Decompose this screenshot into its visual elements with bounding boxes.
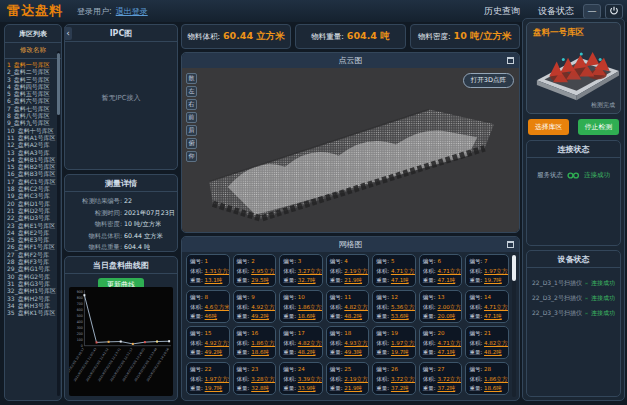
grid-cell: 编号: 21体积: 4.82立方米重量: 48.2吨 <box>465 326 509 359</box>
pointcloud-viewport[interactable]: 散左右前后俯仰 打开3D点阵 <box>182 68 519 232</box>
grid-cell-id: 编号: 21 <box>469 329 505 339</box>
grid-cell-id: 编号: 6 <box>423 257 459 267</box>
sidebar-item[interactable]: 26_盘料F1号库区 <box>7 243 61 250</box>
ipc-empty-text: 暂无IPC接入 <box>65 93 177 103</box>
grid-cell-id: 编号: 11 <box>330 293 366 303</box>
sidebar-item[interactable]: 20_盘料D1号库 <box>7 200 61 207</box>
view-button[interactable]: 前 <box>186 112 197 123</box>
rename-link[interactable]: 修改名称 <box>5 43 61 59</box>
sidebar-item[interactable]: 33_盘料H2号库 <box>7 295 61 302</box>
device-row: 22_D3_3号扫描仪连接成功 <box>527 306 620 321</box>
curve-chart-svg: 01002003004005006007008009002021年07月23日 … <box>69 287 173 396</box>
sidebar-scrollbar-thumb[interactable] <box>57 53 60 115</box>
sidebar-item[interactable]: 27_盘料F2号库 <box>7 251 61 258</box>
sidebar-item[interactable]: 34_盘料H3号库 <box>7 302 61 309</box>
sidebar-item[interactable]: 30_盘料G2号库 <box>7 273 61 280</box>
sidebar-item[interactable]: 4_盘料四号库区 <box>7 83 61 90</box>
grid-cell-volume: 体积: 2.95立方米 <box>237 267 273 277</box>
connection-status-panel: 连接状态 服务状态 连接成功 <box>526 140 621 246</box>
sidebar-item[interactable]: 23_盘料E1号库区 <box>7 222 61 229</box>
view-buttons: 散左右前后俯仰 <box>186 73 197 162</box>
grid-cell-volume: 体积: 3.27立方米 <box>283 267 319 277</box>
svg-text:2021年07月23日 13:53:44: 2021年07月23日 13:53:44 <box>133 347 157 382</box>
sidebar-item[interactable]: 29_盘料G1号库 <box>7 265 61 272</box>
sidebar-item[interactable]: 16_盘料B3号库区 <box>7 170 61 177</box>
select-area-button[interactable]: 选择库区 <box>528 119 569 135</box>
grid-cell-weight: 重量: 19.7吨 <box>469 276 505 286</box>
sidebar-item[interactable]: 11_盘料A1号库区 <box>7 134 61 141</box>
power-button[interactable] <box>605 4 623 19</box>
stop-detection-button[interactable]: 停止检测 <box>578 119 619 135</box>
grid-cell-weight: 重量: 32.8吨 <box>237 384 273 394</box>
view-button[interactable]: 右 <box>186 99 197 110</box>
view-button[interactable]: 俯 <box>186 138 197 149</box>
detail-field: 物料总体积:60.44 立方米 <box>65 230 175 242</box>
sidebar-item[interactable]: 19_盘料C3号库 <box>7 192 61 199</box>
grid-cell: 编号: 2体积: 2.95立方米重量: 29.5吨 <box>233 254 277 287</box>
sidebar-item[interactable]: 8_盘料八号库区 <box>7 112 61 119</box>
grid-cell: 编号: 24体积: 3.39立方米重量: 33.9吨 <box>279 362 323 395</box>
view-button[interactable]: 左 <box>186 86 197 97</box>
service-status-value: 连接成功 <box>584 171 610 180</box>
grid-cell-volume: 体积: 4.71立方米 <box>423 267 459 277</box>
sidebar-scrollbar[interactable] <box>57 51 60 396</box>
sidebar-item[interactable]: 9_盘料九号库区 <box>7 119 61 126</box>
device-list: 22_D3_1号扫描仪连接成功22_D3_2号扫描仪连接成功22_D3_3号扫描… <box>527 268 620 321</box>
sidebar-item[interactable]: 12_盘料A2号库 <box>7 141 61 148</box>
minimize-button[interactable]: — <box>583 4 601 19</box>
maximize-icon[interactable] <box>507 57 514 64</box>
sidebar-item[interactable]: 13_盘料A3号库 <box>7 149 61 156</box>
sidebar-item[interactable]: 18_盘料C2号库 <box>7 185 61 192</box>
detection-status-text: 检测完成 <box>591 101 615 110</box>
grid-cell-id: 编号: 18 <box>330 329 366 339</box>
sidebar-item[interactable]: 32_盘料H1号库区 <box>7 287 61 294</box>
grid-cell-volume: 体积: 4.71立方米 <box>469 303 505 313</box>
daily-curve-chart: 01002003004005006007008009002021年07月23日 … <box>69 287 173 396</box>
sidebar-item[interactable]: 25_盘料E3号库 <box>7 236 61 243</box>
sidebar-item[interactable]: 24_盘料E2号库 <box>7 229 61 236</box>
detail-label: 物料总重量: <box>65 241 122 253</box>
view-button[interactable]: 散 <box>186 73 197 84</box>
grid-cell-id: 编号: 9 <box>237 293 273 303</box>
sidebar-item[interactable]: 31_盘料G3号库 <box>7 280 61 287</box>
sidebar-item[interactable]: 14_盘料B1号库区 <box>7 156 61 163</box>
view-button[interactable]: 后 <box>186 125 197 136</box>
open-3d-button[interactable]: 打开3D点阵 <box>463 73 514 88</box>
sidebar-item[interactable]: 10_盘料十号库区 <box>7 127 61 134</box>
device-row: 22_D3_1号扫描仪连接成功 <box>527 276 620 291</box>
sidebar-item[interactable]: 15_盘料B2号库区 <box>7 163 61 170</box>
grid-cell-weight: 重量: 13.1吨 <box>190 276 226 286</box>
nav-device-status[interactable]: 设备状态 <box>538 5 574 18</box>
svg-text:300: 300 <box>77 326 83 330</box>
collapse-arrow-icon[interactable]: ‹ <box>64 27 72 40</box>
sidebar-item[interactable]: 35_盘料K1号库区 <box>7 309 61 316</box>
grid-maximize-icon[interactable] <box>507 241 514 248</box>
sidebar-item[interactable]: 2_盘料二号库区 <box>7 68 61 75</box>
view-button[interactable]: 仰 <box>186 151 197 162</box>
svg-text:2021年07月23日 11:05:43: 2021年07月23日 11:05:43 <box>73 347 97 382</box>
grid-cell: 编号: 13体积: 2.00立方米重量: 20.0吨 <box>419 290 463 323</box>
details-fields: 检测结果编号:22检测时间:2021年07月23日 14:20:16物料密度:1… <box>65 192 177 253</box>
grid-cell-volume: 体积: 1.97立方米 <box>190 375 226 385</box>
grid-cell-volume: 体积: 4.71立方米 <box>423 339 459 349</box>
grid-scrollbar[interactable] <box>512 254 516 397</box>
right-column: 盘料一号库区 <box>522 18 625 401</box>
sidebar-item[interactable]: 22_盘料D3号库 <box>7 214 61 221</box>
grid-cell: 编号: 19体积: 1.97立方米重量: 19.7吨 <box>372 326 416 359</box>
grid-cell-volume: 体积: 3.39立方米 <box>283 375 319 385</box>
grid-cell-volume: 体积: 1.31立方米 <box>190 267 226 277</box>
link-icon <box>585 310 588 317</box>
logout-link[interactable]: 退出登录 <box>116 6 148 17</box>
sidebar-item[interactable]: 3_盘料三号库区 <box>7 76 61 83</box>
nav-history-query[interactable]: 历史查询 <box>484 5 520 18</box>
sidebar-item[interactable]: 21_盘料D2号库 <box>7 207 61 214</box>
sidebar-item[interactable]: 6_盘料六号库区 <box>7 97 61 104</box>
grid-cell: 编号: 9体积: 4.92立方米重量: 49.2吨 <box>233 290 277 323</box>
sidebar-item[interactable]: 28_盘料F3号库 <box>7 258 61 265</box>
sidebar-item[interactable]: 1_盘料一号库区 <box>7 61 61 68</box>
grid-cell-volume: 体积: 4.82立方米 <box>469 339 505 349</box>
grid-scrollbar-thumb[interactable] <box>512 255 516 281</box>
sidebar-item[interactable]: 5_盘料五号库区 <box>7 90 61 97</box>
sidebar-item[interactable]: 17_盘料C1号库区 <box>7 178 61 185</box>
sidebar-item[interactable]: 7_盘料七号库区 <box>7 105 61 112</box>
